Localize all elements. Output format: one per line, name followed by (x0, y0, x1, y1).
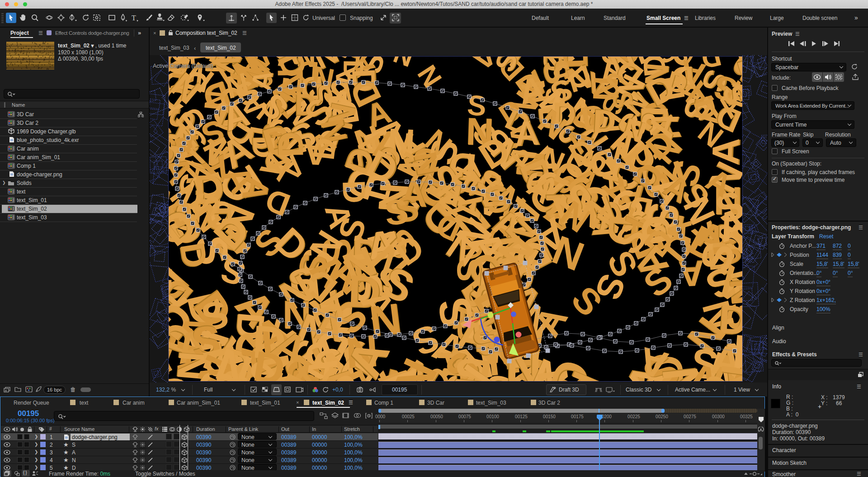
svg-text:D: D (307, 136, 343, 162)
svg-text:N: N (390, 57, 418, 72)
svg-text:D: D (592, 103, 617, 140)
svg-text:S: S (466, 89, 488, 122)
svg-text:D: D (411, 57, 440, 57)
svg-text:T: T (132, 14, 136, 22)
svg-text:D: D (336, 179, 373, 204)
